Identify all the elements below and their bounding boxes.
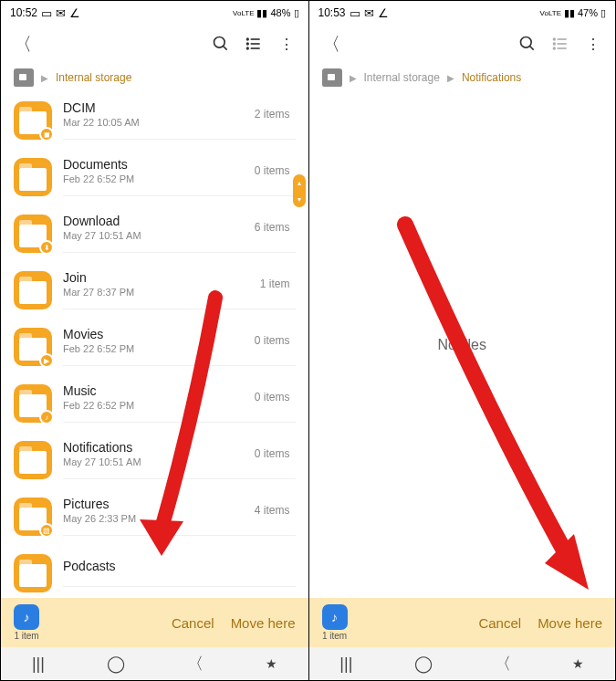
more-icon[interactable]: ⋮	[277, 35, 296, 53]
nav-home[interactable]: ◯	[107, 654, 125, 674]
folder-item-count: 2 items	[255, 108, 290, 120]
svg-point-6	[246, 43, 248, 45]
folder-row[interactable]: Join Mar 27 8:37 PM 1 item	[1, 262, 308, 319]
folder-item-count: 4 items	[255, 504, 290, 517]
signal-icon: ▮▮	[256, 7, 267, 19]
svg-point-15	[554, 43, 556, 45]
svg-point-5	[246, 38, 248, 40]
scroll-indicator[interactable]: ▴▾	[293, 174, 306, 207]
breadcrumb-item[interactable]: Internal storage	[56, 71, 131, 84]
notification-icon: ▭	[350, 6, 360, 20]
folder-item-count: 0 items	[255, 447, 290, 460]
svg-point-14	[554, 38, 556, 40]
folder-row[interactable]: Podcasts	[1, 545, 308, 598]
home-icon[interactable]	[14, 68, 34, 87]
more-icon[interactable]: ⋮	[584, 35, 602, 53]
toolbar: 〈 ⋮	[309, 25, 616, 63]
chevron-icon: ▶	[41, 73, 48, 83]
empty-text: No files	[309, 92, 616, 598]
folder-name: Download	[63, 214, 141, 228]
breadcrumb: ▶ Internal storage	[1, 63, 308, 92]
folder-date: Mar 27 8:37 PM	[63, 287, 134, 298]
cancel-button[interactable]: Cancel	[172, 615, 214, 631]
svg-line-1	[223, 47, 226, 50]
folder-date: Mar 22 10:05 AM	[63, 117, 140, 128]
folder-icon	[14, 158, 52, 196]
folder-name: Documents	[63, 157, 134, 172]
toolbar: 〈 ⋮	[1, 25, 308, 63]
folder-date: May 27 10:51 AM	[63, 456, 141, 467]
folder-date: Feb 22 6:52 PM	[63, 343, 134, 354]
selected-file-icon[interactable]: ♪	[322, 604, 348, 630]
folder-badge-icon: ▧	[39, 523, 54, 538]
folder-row[interactable]: Documents Feb 22 6:52 PM 0 items	[1, 149, 308, 205]
folder-item-count: 0 items	[255, 164, 290, 177]
nav-recents[interactable]: |||	[32, 655, 45, 674]
battery-pct: 48%	[270, 7, 290, 18]
folder-name: Podcasts	[63, 559, 116, 573]
status-bar: 10:52 ▭ ✉ ∠ VoLTE ▮▮ 48% ▯	[1, 1, 308, 25]
nav-back[interactable]: 〈	[495, 653, 511, 675]
folder-row[interactable]: ⬇ Download May 27 10:51 AM 6 items	[1, 205, 308, 262]
folder-name: Notifications	[63, 440, 141, 455]
list-view-icon[interactable]	[551, 35, 569, 53]
folder-icon: ♪	[14, 384, 52, 423]
folder-item-count: 1 item	[260, 278, 290, 290]
folder-row[interactable]: ▧ Pictures May 26 2:33 PM 4 items	[1, 488, 308, 545]
breadcrumb-item[interactable]: Notifications	[462, 71, 521, 84]
back-button[interactable]: 〈	[14, 32, 32, 57]
nav-home[interactable]: ◯	[414, 654, 433, 674]
folder-row[interactable]: Notifications May 27 10:51 AM 0 items	[1, 432, 308, 488]
folder-date: Feb 22 6:52 PM	[63, 400, 134, 411]
selected-file-icon[interactable]: ♪	[14, 604, 39, 630]
signal-icon: ▮▮	[564, 7, 575, 19]
selected-count: 1 item	[322, 631, 347, 641]
check-icon: ∠	[378, 6, 389, 20]
folder-name: Music	[63, 383, 134, 398]
status-time: 10:52	[10, 6, 37, 19]
nav-back[interactable]: 〈	[187, 653, 204, 675]
notification-icon: ▭	[41, 6, 52, 20]
move-here-button[interactable]: Move here	[231, 615, 296, 631]
nav-recents[interactable]: |||	[339, 655, 352, 674]
folder-icon	[14, 271, 52, 309]
folder-row[interactable]: ◼ DCIM Mar 22 10:05 AM 2 items	[1, 92, 308, 149]
message-icon: ✉	[364, 6, 374, 20]
empty-folder-view: No files	[309, 92, 616, 598]
folder-name: DCIM	[63, 100, 140, 115]
volte-icon: VoLTE	[540, 9, 561, 17]
battery-icon: ▯	[294, 7, 299, 19]
cancel-button[interactable]: Cancel	[478, 615, 521, 631]
list-view-icon[interactable]	[245, 35, 263, 53]
folder-icon: ◼	[14, 101, 52, 140]
folder-icon: ▧	[14, 498, 52, 536]
navigation-bar: ||| ◯ 〈 ★	[1, 647, 308, 680]
svg-point-9	[521, 37, 532, 48]
svg-line-10	[530, 47, 534, 50]
nav-accessibility[interactable]: ★	[266, 656, 277, 671]
back-button[interactable]: 〈	[322, 32, 340, 57]
folder-row[interactable]: ♪ Music Feb 22 6:52 PM 0 items	[1, 375, 308, 432]
navigation-bar: ||| ◯ 〈 ★	[309, 647, 616, 680]
folder-item-count: 0 items	[255, 334, 290, 347]
folder-name: Movies	[63, 327, 134, 341]
battery-icon: ▯	[600, 7, 606, 19]
move-here-button[interactable]: Move here	[538, 615, 602, 631]
folder-row[interactable]: ▶ Movies Feb 22 6:52 PM 0 items	[1, 319, 308, 375]
screen-left: 10:52 ▭ ✉ ∠ VoLTE ▮▮ 48% ▯ 〈 ⋮ ▶ Interna…	[1, 1, 308, 680]
folder-list[interactable]: ◼ DCIM Mar 22 10:05 AM 2 items Documents…	[1, 92, 308, 598]
breadcrumb-item[interactable]: Internal storage	[364, 71, 440, 84]
search-icon[interactable]	[518, 35, 537, 53]
chevron-icon: ▶	[350, 73, 357, 83]
home-icon[interactable]	[322, 68, 342, 87]
status-bar: 10:53 ▭ ✉ ∠ VoLTE ▮▮ 47% ▯	[309, 1, 616, 25]
folder-date: May 27 10:51 AM	[63, 230, 141, 241]
folder-item-count: 6 items	[255, 221, 290, 234]
svg-point-16	[554, 47, 556, 49]
search-icon[interactable]	[212, 35, 230, 53]
battery-pct: 47%	[578, 7, 598, 18]
nav-accessibility[interactable]: ★	[572, 656, 584, 671]
svg-point-7	[246, 47, 248, 49]
folder-item-count: 0 items	[255, 391, 290, 403]
message-icon: ✉	[56, 6, 66, 20]
